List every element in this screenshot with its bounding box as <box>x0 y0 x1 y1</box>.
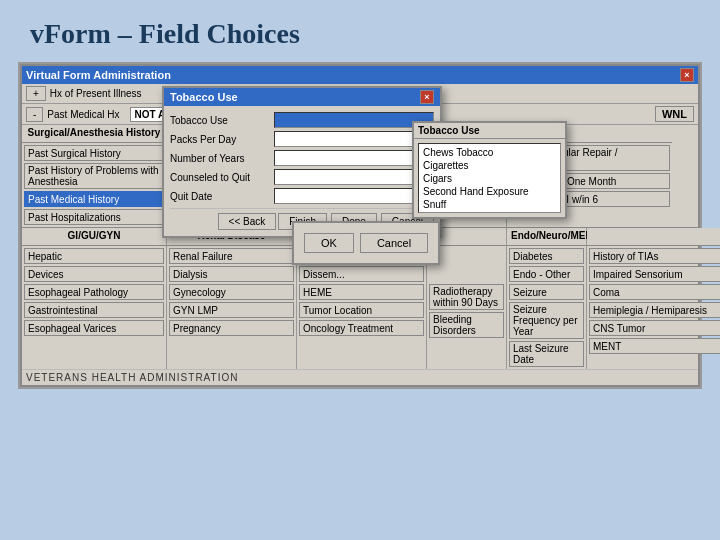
btn-renal-failure[interactable]: Renal Failure <box>169 248 294 264</box>
tobacco-body: Tobacco Use Packs Per Day Number of Year… <box>164 106 440 236</box>
hx-label: Hx of Present Illness <box>50 88 142 99</box>
btn-past-hosp[interactable]: Past Hospitalizations <box>24 209 164 225</box>
btn-devices[interactable]: Devices <box>24 266 164 282</box>
bottom-col6: History of TIAs Impaired Sensorium Coma … <box>587 228 720 369</box>
btn-hepatic[interactable]: Hepatic <box>24 248 164 264</box>
back-button[interactable]: << Back <box>218 213 277 230</box>
btn-radiotherapy[interactable]: Radiotherapy within 90 Days <box>429 284 504 310</box>
tobacco-title: Tobacco Use <box>170 91 238 103</box>
vfa-footer: VETERANS HEALTH ADMINISTRATION <box>22 369 698 385</box>
main-content: Virtual Form Administration × + Hx of Pr… <box>18 62 702 389</box>
tobacco-list-body[interactable]: Chews Tobacco Cigarettes Cigars Second H… <box>418 143 561 213</box>
close-button[interactable]: × <box>680 68 694 82</box>
packs-label: Packs Per Day <box>170 134 270 145</box>
page-wrapper: vForm – Field Choices Virtual Form Admin… <box>0 0 720 540</box>
tobacco-use-field: Tobacco Use <box>170 112 434 128</box>
btn-gi[interactable]: Gastrointestinal <box>24 302 164 318</box>
btn-oncology[interactable]: Oncology Treatment <box>299 320 424 336</box>
title-area: vForm – Field Choices <box>0 0 720 62</box>
ok-button[interactable]: OK <box>304 233 354 253</box>
vfa-title: Virtual Form Administration <box>26 69 171 81</box>
wnl-badge: WNL <box>655 106 694 122</box>
btn-past-medical[interactable]: Past Medical History <box>24 191 164 207</box>
bottom-col5: Endo/Neuro/MENT Diabetes Endo - Other Se… <box>507 228 587 369</box>
btn-dialysis[interactable]: Dialysis <box>169 266 294 282</box>
tobacco-list-popup: Tobacco Use Chews Tobacco Cigarettes Cig… <box>412 121 567 219</box>
quit-date-input[interactable] <box>274 188 434 204</box>
btn-gynecology[interactable]: Gynecology <box>169 284 294 300</box>
vfa-titlebar: Virtual Form Administration × <box>22 66 698 84</box>
btn-seizure-freq[interactable]: Seizure Frequency per Year <box>509 302 584 339</box>
btn-pregnancy[interactable]: Pregnancy <box>169 320 294 336</box>
packs-field: Packs Per Day <box>170 131 434 147</box>
col-gi-header: GI/GU/GYN <box>22 228 166 246</box>
btn-esoph-path[interactable]: Esophageal Pathology <box>24 284 164 300</box>
btn-past-problems[interactable]: Past History of Problems with Anesthesia <box>24 163 164 189</box>
cancel-ok-button[interactable]: Cancel <box>360 233 428 253</box>
years-input[interactable] <box>274 150 434 166</box>
btn-impaired[interactable]: Impaired Sensorium <box>589 266 720 282</box>
list-item-cigarettes[interactable]: Cigarettes <box>421 159 558 172</box>
years-field: Number of Years <box>170 150 434 166</box>
quit-date-field: Quit Date <box>170 188 434 204</box>
tobacco-titlebar: Tobacco Use × <box>164 88 440 106</box>
footer-label: VETERANS HEALTH ADMINISTRATION <box>26 372 238 383</box>
btn-dissem[interactable]: Dissem... <box>299 266 424 282</box>
tobacco-close-button[interactable]: × <box>420 90 434 104</box>
quit-date-label: Quit Date <box>170 191 270 202</box>
col-surgical-header: Surgical/Anesthesia History <box>22 125 166 143</box>
tobacco-list-header: Tobacco Use <box>414 123 565 139</box>
plus-button[interactable]: + <box>26 86 46 101</box>
col-endo-header: Endo/Neuro/MENT <box>507 228 586 246</box>
counseled-input[interactable] <box>274 169 434 185</box>
btn-cns-tumor[interactable]: CNS Tumor <box>589 320 720 336</box>
btn-heme[interactable]: HEME <box>299 284 424 300</box>
tobacco-popup: Tobacco Use × Tobacco Use Packs Per Day <box>162 86 442 238</box>
btn-hemiplegia[interactable]: Hemiplegia / Hemiparesis <box>589 302 720 318</box>
tobacco-popup-window: Tobacco Use × Tobacco Use Packs Per Day <box>162 86 442 238</box>
list-item-chews[interactable]: Chews Tobacco <box>421 146 558 159</box>
counseled-label: Counseled to Quit <box>170 172 270 183</box>
btn-last-seizure[interactable]: Last Seizure Date <box>509 341 584 367</box>
col-surgical: Surgical/Anesthesia History Past Surgica… <box>22 125 167 227</box>
ok-cancel-popup: OK Cancel <box>292 221 440 265</box>
minus-button[interactable]: - <box>26 107 43 122</box>
btn-bleeding[interactable]: Bleeding Disorders <box>429 312 504 338</box>
btn-tias[interactable]: History of TIAs <box>589 248 720 264</box>
btn-esoph-var[interactable]: Esophageal Varices <box>24 320 164 336</box>
page-title: vForm – Field Choices <box>30 18 300 49</box>
counseled-field: Counseled to Quit <box>170 169 434 185</box>
list-item-secondhand[interactable]: Second Hand Exposure <box>421 185 558 198</box>
btn-tumor-loc[interactable]: Tumor Location <box>299 302 424 318</box>
btn-ment[interactable]: MENT <box>589 338 720 354</box>
btn-past-surgical[interactable]: Past Surgical History <box>24 145 164 161</box>
list-item-snuff[interactable]: Snuff <box>421 198 558 211</box>
btn-gyn-lmp[interactable]: GYN LMP <box>169 302 294 318</box>
vfa-window: Virtual Form Administration × + Hx of Pr… <box>20 64 700 387</box>
past-medical-label: Past Medical Hx <box>47 109 119 120</box>
col6-header <box>587 228 720 246</box>
tobacco-use-label: Tobacco Use <box>170 115 270 126</box>
btn-coma[interactable]: Coma <box>589 284 720 300</box>
bottom-col1: GI/GU/GYN Hepatic Devices Esophageal Pat… <box>22 228 167 369</box>
years-label: Number of Years <box>170 153 270 164</box>
list-item-cigars[interactable]: Cigars <box>421 172 558 185</box>
btn-endo-other[interactable]: Endo - Other <box>509 266 584 282</box>
packs-input[interactable] <box>274 131 434 147</box>
btn-diabetes[interactable]: Diabetes <box>509 248 584 264</box>
btn-seizure[interactable]: Seizure <box>509 284 584 300</box>
bottom-col2: Renal Disease Renal Failure Dialysis Gyn… <box>167 228 297 369</box>
tobacco-use-input[interactable] <box>274 112 434 128</box>
